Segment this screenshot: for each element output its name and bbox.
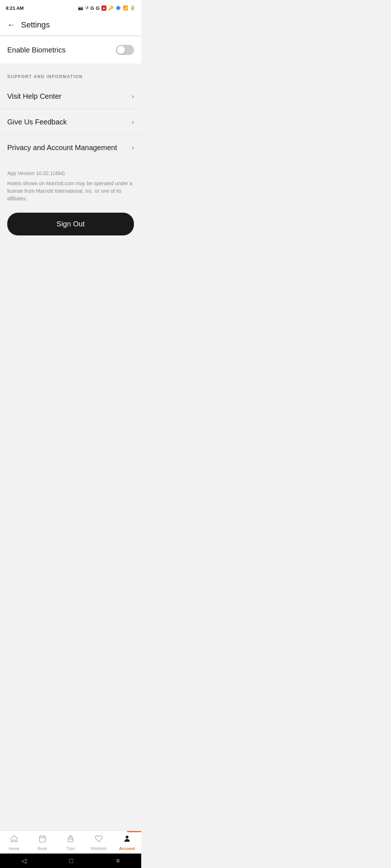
app-version: App Version 10.32.1(464) — [7, 170, 134, 176]
privacy-account-label: Privacy and Account Management — [7, 143, 132, 152]
page-title: Settings — [21, 20, 50, 30]
status-bar: 8:21 AM 📷 ↺ G G ● 🔑 🔷 📶 🔋 — [0, 0, 141, 14]
settings-header: ← Settings — [0, 14, 141, 36]
camera-icon: 📷 — [78, 5, 83, 10]
biometrics-row: Enable Biometrics — [7, 45, 134, 55]
chevron-right-icon: › — [132, 93, 134, 100]
biometrics-label: Enable Biometrics — [7, 46, 66, 54]
give-feedback-label: Give Us Feedback — [7, 117, 132, 127]
support-section-title: SUPPORT AND INFORMATION — [0, 67, 141, 84]
bottom-spacer — [0, 246, 141, 282]
toggle-thumb — [117, 46, 125, 54]
wifi-icon: 📶 — [123, 5, 128, 10]
sign-out-button[interactable]: Sign Out — [7, 213, 134, 235]
record-icon: ● — [101, 5, 106, 11]
chevron-right-icon: › — [132, 118, 134, 126]
visit-help-center-item[interactable]: Visit Help Center › — [0, 84, 141, 109]
back-button[interactable]: ← — [7, 21, 15, 29]
bluetooth-icon: 🔷 — [115, 5, 121, 10]
chevron-right-icon: › — [132, 144, 134, 152]
support-section: SUPPORT AND INFORMATION Visit Help Cente… — [0, 64, 141, 160]
key-icon: 🔑 — [108, 5, 114, 10]
status-time: 8:21 AM — [6, 5, 24, 11]
biometrics-toggle[interactable] — [116, 45, 134, 55]
google-icon: G — [91, 5, 94, 11]
battery-icon: 🔋 — [130, 5, 135, 10]
sync-icon: ↺ — [85, 5, 89, 10]
google-alt-icon: G — [96, 5, 100, 11]
visit-help-center-label: Visit Help Center — [7, 92, 132, 101]
privacy-account-item[interactable]: Privacy and Account Management › — [0, 135, 141, 160]
biometrics-section: Enable Biometrics — [0, 36, 141, 64]
app-info-section: App Version 10.32.1(464) Hotels shown on… — [0, 160, 141, 246]
give-feedback-item[interactable]: Give Us Feedback › — [0, 109, 141, 135]
menu-items-container: Visit Help Center › Give Us Feedback › P… — [0, 84, 141, 160]
app-disclaimer: Hotels shown on Marriott.com may be oper… — [7, 180, 134, 203]
toggle-track — [116, 45, 134, 55]
status-icons: 📷 ↺ G G ● 🔑 🔷 📶 🔋 — [78, 5, 135, 11]
